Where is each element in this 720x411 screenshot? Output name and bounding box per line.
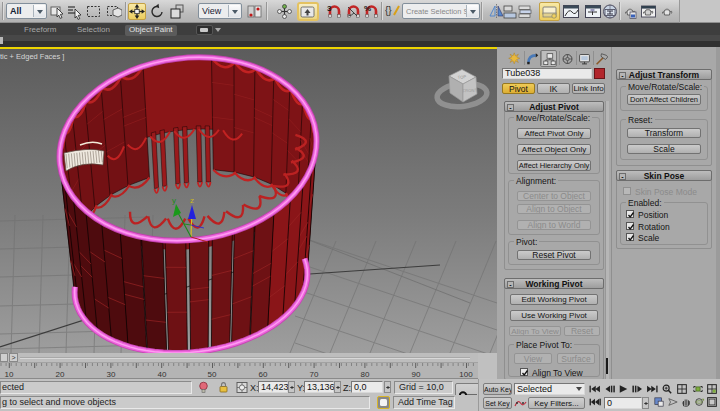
svg-text:70: 70 <box>310 370 319 379</box>
svg-text:60: 60 <box>259 370 268 379</box>
svg-text:TOP: TOP <box>457 74 466 80</box>
svg-text:{}: {} <box>385 5 392 16</box>
svg-text:3: 3 <box>327 4 332 13</box>
svg-text:10: 10 <box>5 370 14 379</box>
svg-text:50: 50 <box>208 370 217 379</box>
svg-text:z: z <box>190 196 194 205</box>
svg-text:%: % <box>364 4 371 13</box>
svg-text:30: 30 <box>107 370 116 379</box>
svg-text:100: 100 <box>459 370 473 379</box>
svg-text:40: 40 <box>158 370 167 379</box>
svg-text:20: 20 <box>56 370 65 379</box>
svg-text:80: 80 <box>361 370 370 379</box>
svg-text:y: y <box>172 196 176 205</box>
svg-text:FRONT: FRONT <box>463 88 478 94</box>
svg-text:90: 90 <box>412 370 421 379</box>
